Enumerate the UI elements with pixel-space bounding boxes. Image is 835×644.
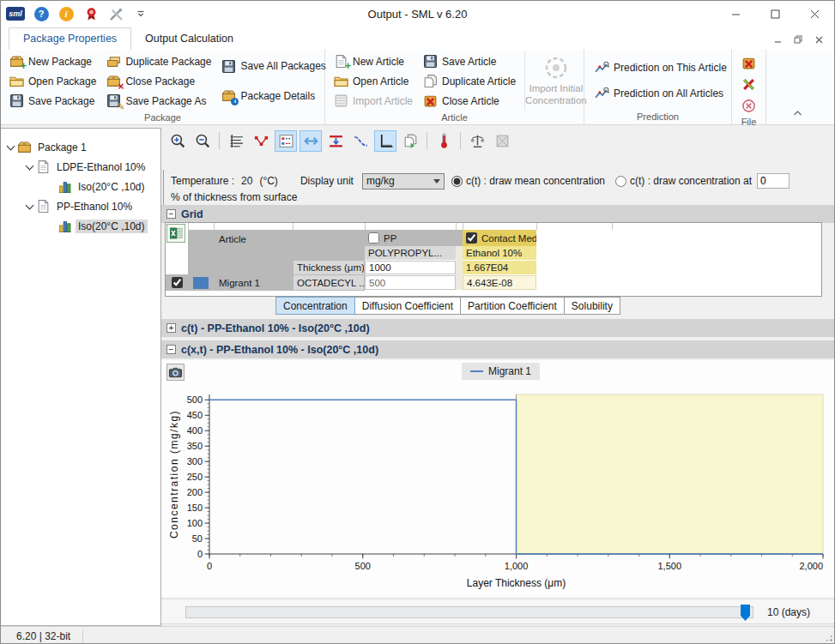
save-package-as-button[interactable]: ✎Save Package As <box>101 91 216 111</box>
temperature-button[interactable] <box>433 130 455 152</box>
mdi-minimize-button[interactable] <box>769 33 786 46</box>
close-article-button[interactable]: Close Article <box>418 91 521 111</box>
import-initial-concentration-button[interactable]: Import Initial Concentration <box>524 51 587 111</box>
toolbar-separator <box>460 132 461 149</box>
close-button[interactable] <box>795 1 834 27</box>
tab-package-properties[interactable]: Package Properties <box>9 27 131 50</box>
duplicate-package-button[interactable]: Duplicate Package <box>101 51 216 71</box>
tools-button[interactable] <box>107 5 124 22</box>
tree-item-pp-ethanol[interactable]: PP-Ethanol 10% <box>1 196 160 216</box>
tab-diffusion-coefficient[interactable]: Diffusion Coefficient <box>355 297 461 315</box>
radio-concentration-at[interactable]: c(t) : draw concentration at <box>615 175 752 187</box>
tab-partition-coefficient[interactable]: Partition Coefficient <box>461 297 565 315</box>
new-article-button[interactable]: +New Article <box>329 51 418 71</box>
import-article-button[interactable]: Import Article <box>329 91 418 111</box>
tree-item-ldpe-ethanol[interactable]: LDPE-Ethanol 10% <box>1 157 160 177</box>
chevron-down-icon[interactable] <box>26 201 34 209</box>
temperature-label: Temperature : <box>171 175 234 187</box>
chevron-down-icon[interactable] <box>26 161 34 170</box>
limit-lines-button[interactable] <box>324 130 347 152</box>
thickness-percent-input[interactable] <box>757 173 790 189</box>
tree-item-package1[interactable]: Package 1 <box>1 137 160 157</box>
thickness-percent-suffix: % of thickness from surface <box>171 191 297 203</box>
smooth-curve-button[interactable] <box>349 130 372 152</box>
close-file-button[interactable] <box>740 53 759 72</box>
tab-solubility[interactable]: Solubility <box>565 297 620 315</box>
migrant-checkbox[interactable] <box>172 277 183 288</box>
export-excel-button[interactable] <box>740 75 759 93</box>
pp-thickness-cell[interactable]: 1000 <box>365 261 456 274</box>
tab-concentration[interactable]: Concentration <box>275 297 355 315</box>
mdi-restore-button[interactable] <box>790 33 807 46</box>
radio-at-input[interactable] <box>615 176 626 187</box>
ct-section-bar[interactable]: + c(t) - PP-Ethanol 10% - Iso(20°C ,10d) <box>161 319 835 337</box>
radio-mean-concentration[interactable]: c(t) : draw mean concentration <box>451 175 605 187</box>
minimize-icon <box>731 9 741 19</box>
package-details-button[interactable]: iPackage Details <box>216 86 330 105</box>
close-package-button[interactable]: ×Close Package <box>101 71 216 91</box>
horizontal-scale-button[interactable] <box>300 130 322 152</box>
legend-toggle-button[interactable] <box>275 130 297 152</box>
data-points-button[interactable] <box>250 130 272 152</box>
contact-migrant-value-cell[interactable]: 4.643E-08 <box>463 275 536 290</box>
open-package-button[interactable]: Open Package <box>4 71 101 91</box>
chevron-down-icon[interactable] <box>7 141 15 150</box>
help-button[interactable]: ? <box>33 5 50 22</box>
legend-line-sample <box>470 370 483 372</box>
y-tick-label: 250 <box>187 472 203 482</box>
gridlines-button[interactable] <box>225 130 247 152</box>
maximize-button[interactable] <box>755 1 795 27</box>
exit-button[interactable] <box>740 96 759 115</box>
copy-chart-button[interactable] <box>399 130 421 152</box>
resize-grip[interactable] <box>825 634 833 642</box>
time-slider-thumb[interactable] <box>741 605 750 621</box>
chart-snapshot-button[interactable] <box>166 364 185 381</box>
tree-item-ldpe-iso[interactable]: Iso(20°C ,10d) <box>1 177 160 196</box>
qat-customize-button[interactable] <box>132 5 149 22</box>
cxt-chart-canvas[interactable]: 05001,0001,5002,000050100150200250300350… <box>166 384 832 593</box>
axes-toggle-button[interactable] <box>374 130 396 152</box>
contact-medium-name-cell[interactable]: Ethanol 10% <box>463 246 536 260</box>
migrant-color-swatch[interactable] <box>193 277 209 289</box>
collapse-icon[interactable]: − <box>166 209 176 219</box>
cxt-section-bar[interactable]: − c(x,t) - PP-Ethanol 10% - Iso(20°C ,10… <box>161 340 835 358</box>
cxt-section-title: c(x,t) - PP-Ethanol 10% - Iso(20°C ,10d) <box>181 344 378 356</box>
zoom-out-button[interactable] <box>191 130 214 152</box>
x-tick-label: 500 <box>355 561 371 571</box>
open-article-button[interactable]: Open Article <box>329 71 418 91</box>
license-button[interactable] <box>82 5 100 22</box>
mdi-close-button[interactable] <box>810 33 827 46</box>
save-package-button[interactable]: Save Package <box>4 91 101 111</box>
app-logo-icon[interactable]: sml <box>6 7 25 21</box>
contact-medium-checkbox[interactable] <box>466 232 477 244</box>
pp-migrant-value-cell[interactable]: 500 <box>365 275 456 290</box>
pp-header-cell[interactable]: PP <box>365 230 456 246</box>
display-unit-select[interactable]: mg/kg <box>362 173 445 190</box>
collapse-icon[interactable]: − <box>166 345 176 354</box>
info-button[interactable]: i <box>57 5 75 22</box>
minimize-button[interactable] <box>716 1 755 27</box>
tree-item-pp-iso[interactable]: Iso(20°C ,10d) <box>1 216 160 236</box>
prediction-all-articles-button[interactable]: Prediction on All Articles <box>590 84 726 104</box>
save-article-button[interactable]: Save Article <box>418 51 521 71</box>
ribbon-collapse-button[interactable] <box>790 107 805 119</box>
tab-output-calculation[interactable]: Output Calculation <box>131 28 247 50</box>
new-package-button[interactable]: +New Package <box>4 51 101 71</box>
time-slider-track[interactable] <box>185 606 753 618</box>
expand-icon[interactable]: + <box>166 323 176 333</box>
migrant-name-cell[interactable]: OCTADECYL ... <box>293 275 364 290</box>
contact-medium-volume-cell[interactable]: 1.667E04 <box>463 261 536 274</box>
balance-button[interactable] <box>466 130 488 152</box>
radio-mean-input[interactable] <box>451 176 463 187</box>
pp-checkbox[interactable] <box>368 232 379 244</box>
export-grid-excel-button[interactable] <box>166 224 185 243</box>
y-tick-label: 450 <box>187 410 203 420</box>
duplicate-article-button[interactable]: Duplicate Article <box>418 71 521 91</box>
prediction-this-article-button[interactable]: Prediction on This Article <box>590 58 726 78</box>
pp-polymer-cell[interactable]: POLYPROPYL... <box>365 246 456 260</box>
copy-export-icon <box>402 133 419 149</box>
duplicate-package-icon <box>106 54 121 69</box>
zoom-in-button[interactable] <box>166 130 189 152</box>
save-all-packages-button[interactable]: Save All Packages <box>216 57 330 76</box>
contact-medium-header-cell[interactable]: Contact Medi... <box>463 230 536 246</box>
